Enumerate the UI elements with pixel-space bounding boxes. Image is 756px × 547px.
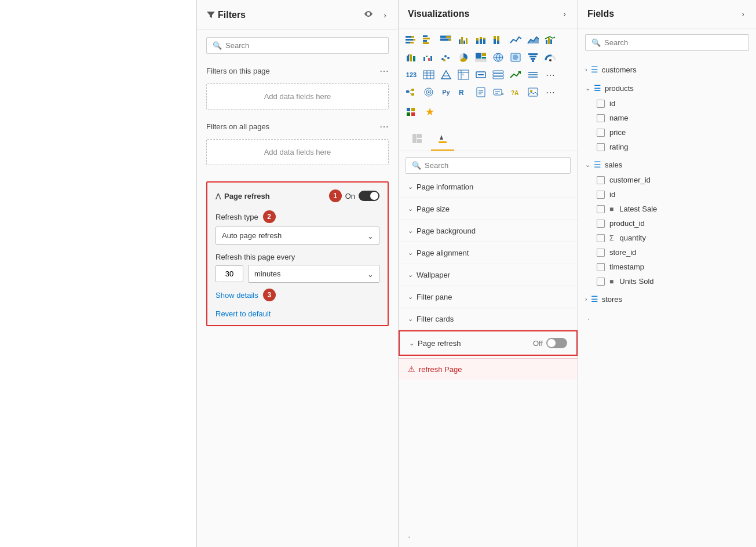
filters-search-input[interactable] <box>225 41 382 50</box>
filled-map-icon[interactable] <box>507 49 524 65</box>
paginated-report-icon[interactable] <box>473 84 489 100</box>
field-id-checkbox[interactable] <box>597 100 605 108</box>
vis-section-page-alignment[interactable]: ⌄ Page alignment <box>399 242 578 264</box>
refresh-number-input[interactable] <box>216 265 243 282</box>
more-visuals-icon[interactable]: ⋯ <box>542 67 558 83</box>
field-store-id-checkbox[interactable] <box>597 249 605 257</box>
field-rating-label: rating <box>609 143 629 151</box>
filters-page-drop-zone[interactable]: Add data fields here <box>206 83 389 110</box>
filters-allpages-drop-zone[interactable]: Add data fields here <box>206 139 389 165</box>
apps-grid-icon[interactable] <box>403 104 419 120</box>
fields-search-box[interactable]: 🔍 <box>585 34 749 51</box>
clustered-bar-icon[interactable] <box>421 32 437 48</box>
vis-section-page-refresh[interactable]: ⌄ Page refresh Off <box>400 331 576 355</box>
more-options-icon[interactable]: ⋯ <box>542 84 558 100</box>
vis-format-tab[interactable] <box>431 129 454 151</box>
list-item[interactable]: store_id <box>578 245 756 260</box>
funnel-icon[interactable] <box>525 49 541 65</box>
waterfall-icon[interactable] <box>421 49 437 65</box>
field-group-products-header[interactable]: ⌄ ☰ products <box>578 80 756 96</box>
show-details-link[interactable]: Show details 3 <box>216 289 276 301</box>
vis-build-tab[interactable] <box>406 129 429 151</box>
filters-allpages-menu-icon[interactable]: ⋯ <box>379 121 389 132</box>
vis-search-input[interactable] <box>425 161 564 170</box>
qna-icon[interactable]: ?A <box>507 84 524 100</box>
list-item[interactable]: customer_id <box>578 173 756 187</box>
field-quantity-checkbox[interactable] <box>597 234 605 242</box>
treemap-icon[interactable] <box>473 49 489 65</box>
vis-expand-button[interactable]: › <box>561 8 568 20</box>
slicer-icon[interactable] <box>525 67 541 83</box>
vis-section-filter-pane[interactable]: ⌄ Filter pane <box>399 286 578 308</box>
refresh-type-select[interactable]: Auto page refresh <box>216 227 379 245</box>
clustered-col-icon[interactable] <box>455 32 472 48</box>
list-item[interactable]: name <box>578 111 756 125</box>
key-influencers-icon[interactable] <box>421 84 437 100</box>
filters-search-box[interactable]: 🔍 <box>206 37 389 54</box>
list-item[interactable]: Σ quantity <box>578 231 756 245</box>
star-icon[interactable]: ★ <box>422 104 438 120</box>
list-item[interactable]: ■ Latest Sale <box>578 202 756 216</box>
list-item[interactable]: rating <box>578 140 756 154</box>
list-item[interactable]: ■ Units Sold <box>578 274 756 289</box>
map-icon[interactable] <box>490 49 506 65</box>
stacked-col-icon[interactable] <box>473 32 489 48</box>
vis-section-page-information[interactable]: ⌄ Page information <box>399 176 578 198</box>
list-item[interactable]: id <box>578 187 756 202</box>
r-script-icon[interactable]: R <box>455 84 472 100</box>
refresh-unit-select[interactable]: minutes <box>248 265 379 283</box>
smart-narrative-icon[interactable] <box>490 84 506 100</box>
area-chart-icon[interactable] <box>525 32 541 48</box>
list-item[interactable]: price <box>578 125 756 140</box>
list-item[interactable]: id <box>578 96 756 111</box>
multi-row-card-icon[interactable] <box>490 67 506 83</box>
filters-eye-button[interactable] <box>361 8 375 21</box>
field-sales-id-checkbox[interactable] <box>597 191 605 199</box>
field-customer-id-checkbox[interactable] <box>597 176 605 184</box>
vis-section-filter-cards[interactable]: ⌄ Filter cards <box>399 308 578 330</box>
table-icon[interactable] <box>421 67 437 83</box>
products-table-icon: ☰ <box>594 83 601 93</box>
filters-expand-button[interactable]: › <box>381 9 389 21</box>
pie-chart-icon[interactable] <box>455 49 472 65</box>
page-refresh-toggle[interactable] <box>359 191 379 201</box>
list-item[interactable]: product_id <box>578 216 756 231</box>
field-group-customers-header[interactable]: › ☰ customers <box>578 61 756 78</box>
field-units-sold-checkbox[interactable] <box>597 278 605 286</box>
fields-search-input[interactable] <box>604 38 743 47</box>
field-group-stores-header[interactable]: › ☰ stores <box>578 291 756 307</box>
field-timestamp-checkbox[interactable] <box>597 263 605 271</box>
decomp-tree-icon[interactable] <box>403 84 419 100</box>
field-rating-checkbox[interactable] <box>597 143 605 151</box>
kpi-visual-icon[interactable] <box>507 67 524 83</box>
card-icon[interactable] <box>473 67 489 83</box>
100pct-bar-icon[interactable] <box>438 32 454 48</box>
revert-to-default-button[interactable]: Revert to default <box>216 309 271 318</box>
field-latest-sale-checkbox[interactable] <box>597 205 605 213</box>
100pct-col-icon[interactable] <box>490 32 506 48</box>
matrix-icon[interactable] <box>455 67 472 83</box>
fields-header: Fields › <box>578 0 756 28</box>
list-item[interactable]: timestamp <box>578 260 756 274</box>
kpi-icon[interactable]: 123 <box>403 67 419 83</box>
vis-page-refresh-toggle[interactable] <box>546 338 567 348</box>
filters-page-menu-icon[interactable]: ⋯ <box>379 65 389 76</box>
stacked-bar-icon[interactable] <box>403 32 419 48</box>
line-clustered-col-icon[interactable] <box>542 32 558 48</box>
vis-search-box[interactable]: 🔍 <box>406 157 571 174</box>
field-name-checkbox[interactable] <box>597 114 605 122</box>
gauge-icon[interactable] <box>542 49 558 65</box>
fields-expand-button[interactable]: › <box>739 8 747 20</box>
scatter-chart-icon[interactable] <box>438 49 454 65</box>
field-group-sales-header[interactable]: ⌄ ☰ sales <box>578 156 756 173</box>
vis-section-page-size[interactable]: ⌄ Page size <box>399 198 578 220</box>
ribbon-chart-icon[interactable] <box>403 49 419 65</box>
field-price-checkbox[interactable] <box>597 129 605 137</box>
python-icon[interactable]: Py <box>438 84 454 100</box>
line-chart-icon[interactable] <box>507 32 524 48</box>
vis-section-wallpaper[interactable]: ⌄ Wallpaper <box>399 264 578 286</box>
triangle-icon[interactable] <box>438 67 454 83</box>
vis-section-page-background[interactable]: ⌄ Page background <box>399 220 578 242</box>
image-icon[interactable] <box>525 84 541 100</box>
field-product-id-checkbox[interactable] <box>597 220 605 228</box>
